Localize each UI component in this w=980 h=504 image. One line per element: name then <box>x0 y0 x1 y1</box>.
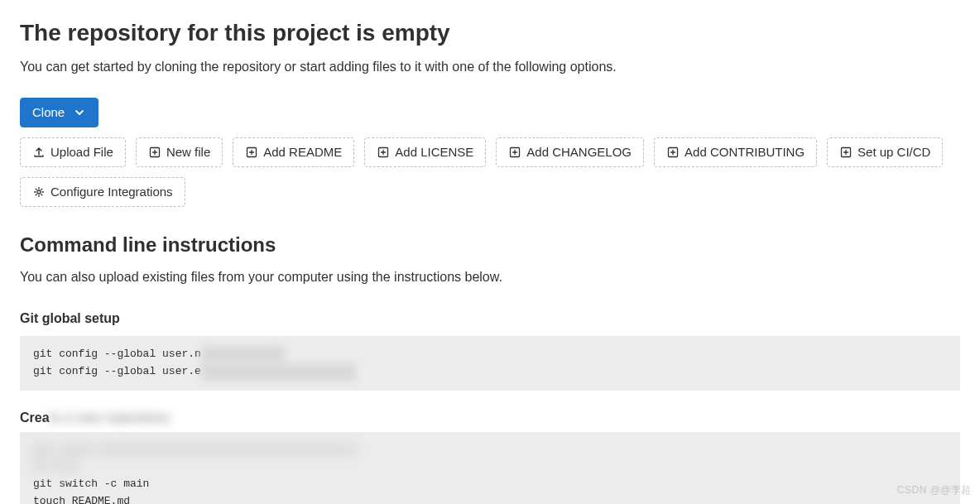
global-setup-heading: Git global setup <box>20 311 960 326</box>
plus-square-icon <box>508 146 521 159</box>
configure-integrations-button[interactable]: Configure Integrations <box>20 177 185 207</box>
add-readme-button[interactable]: Add README <box>233 137 354 167</box>
page-subtitle: You can get started by cloning the repos… <box>20 60 960 74</box>
create-repo-code: git clone xxxxxxxxxxxxxxxxxxxxxxxxxxxxxx… <box>20 432 960 504</box>
add-contributing-button[interactable]: Add CONTRIBUTING <box>654 137 817 167</box>
add-license-label: Add LICENSE <box>395 145 473 160</box>
page-title: The repository for this project is empty <box>20 20 960 46</box>
cli-description: You can also upload existing files from … <box>20 270 960 285</box>
clone-button[interactable]: Clone <box>20 98 98 127</box>
new-file-label: New file <box>166 145 210 160</box>
clone-button-label: Clone <box>32 105 65 120</box>
action-button-group: Upload File New file Add README Add LICE… <box>20 137 960 207</box>
setup-cicd-label: Set up CI/CD <box>858 145 930 160</box>
plus-square-icon <box>377 146 390 159</box>
plus-square-icon <box>666 146 680 159</box>
plus-square-icon <box>148 146 161 159</box>
new-file-button[interactable]: New file <box>136 137 223 167</box>
upload-file-button[interactable]: Upload File <box>20 137 126 167</box>
add-changelog-button[interactable]: Add CHANGELOG <box>496 137 644 167</box>
add-license-button[interactable]: Add LICENSE <box>364 137 486 167</box>
gear-icon <box>32 185 46 199</box>
plus-square-icon <box>839 146 853 159</box>
add-readme-label: Add README <box>263 145 342 160</box>
cli-heading: Command line instructions <box>20 233 960 257</box>
action-button-row: Clone Upload File New file Add README <box>20 98 960 207</box>
upload-file-label: Upload File <box>50 145 113 160</box>
create-repo-heading: Create a new repository <box>20 410 960 425</box>
configure-integrations-label: Configure Integrations <box>50 185 173 199</box>
setup-cicd-button[interactable]: Set up CI/CD <box>827 137 943 167</box>
plus-square-icon <box>245 146 258 159</box>
watermark-text: CSDN @@李超 <box>897 483 972 497</box>
global-setup-code: git config --global user.name "xxxxxxx" … <box>20 336 960 391</box>
add-contributing-label: Add CONTRIBUTING <box>685 145 805 160</box>
svg-point-6 <box>37 190 41 194</box>
chevron-down-icon <box>73 106 86 119</box>
upload-icon <box>32 146 46 159</box>
add-changelog-label: Add CHANGELOG <box>526 145 632 160</box>
